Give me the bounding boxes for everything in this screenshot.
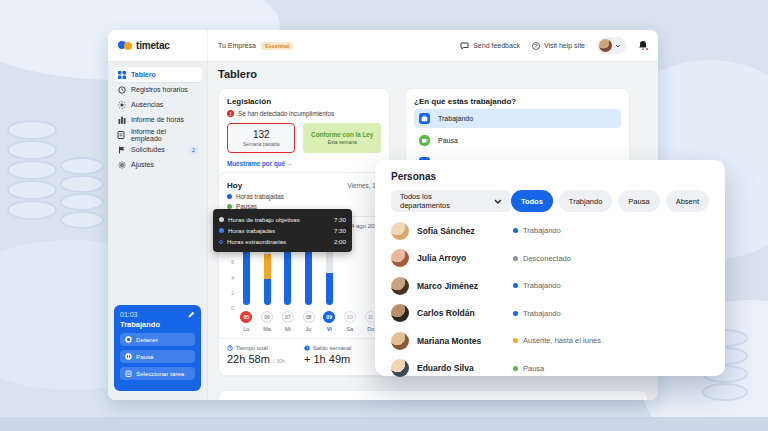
violations-box: 132 Semana pasada — [227, 123, 295, 153]
legislation-alert-text: Se han detectado incumplimientos — [238, 110, 334, 117]
person-row[interactable]: Julia Arroyo Desconectado — [391, 245, 709, 273]
plan-badge: Essential — [261, 42, 293, 50]
person-row[interactable]: Eduardo Silva Pausa — [391, 355, 709, 383]
working-option-label: Pausa — [438, 137, 458, 144]
gear-icon — [117, 161, 126, 169]
filter-pill-trabjando[interactable]: Trabjando — [559, 190, 613, 212]
working-title: ¿En qué estás trabajando? — [414, 97, 621, 106]
stop-icon — [125, 336, 132, 343]
alert-icon: ! — [227, 110, 234, 117]
sidebar-item-label: Ajustes — [131, 161, 154, 168]
logo-text: timetac — [136, 40, 170, 51]
document-icon — [117, 131, 126, 139]
people-list: Sofia Sánchez Trabajando Julia Arroyo De… — [391, 217, 709, 382]
day-label: Mi — [285, 326, 291, 332]
chart-tooltip: Horas de trabajo objetivas 7:30 Horas tr… — [213, 209, 352, 252]
tooltip-label: Horas extraordinarias — [227, 236, 286, 247]
notifications-button[interactable] — [638, 40, 648, 51]
working-option-trabajando[interactable]: Trabajando — [414, 109, 621, 128]
legend-label: Horas trabajadas — [236, 193, 284, 200]
status-dot — [513, 283, 518, 288]
sidebar-item-label: Solicitudes — [131, 146, 165, 153]
sidebar-item-label: Tablero — [131, 71, 156, 78]
user-menu[interactable] — [597, 37, 626, 54]
person-avatar — [391, 304, 409, 322]
person-name: Marco Jiménez — [417, 281, 513, 291]
person-name: Mariana Montes — [417, 336, 513, 346]
day-chip[interactable]: 10 — [344, 311, 356, 323]
sidebar-item-ausencias[interactable]: Ausencias — [113, 97, 202, 112]
user-avatar — [599, 39, 612, 52]
day-chip[interactable]: 07 — [282, 311, 294, 323]
edit-pencil-icon[interactable] — [188, 311, 195, 318]
send-feedback-label: Send feedback — [473, 42, 520, 49]
person-row[interactable]: Sofia Sánchez Trabajando — [391, 217, 709, 245]
working-option-label: Trabajando — [438, 115, 473, 122]
current-task-label: Trabajando — [120, 320, 195, 329]
compliant-label: Esta semana — [328, 139, 357, 145]
status-dot — [513, 228, 518, 233]
filter-pill-pausa[interactable]: Pausa — [618, 190, 659, 212]
day-label: Sa — [347, 326, 354, 332]
tooltip-label: Horas de trabajo objetivas — [228, 214, 300, 225]
pause-button[interactable]: Pausa — [120, 350, 195, 363]
send-feedback-button[interactable]: Send feedback — [460, 42, 520, 50]
stopwatch-icon — [227, 345, 233, 351]
flag-icon — [117, 146, 126, 154]
weekly-balance-label: Saldo semanal — [313, 345, 351, 351]
filter-pill-todos[interactable]: Todos — [511, 190, 553, 212]
day-chip[interactable]: 08 — [303, 311, 315, 323]
divider — [219, 338, 389, 339]
total-time-target: / 30h — [273, 358, 285, 364]
legislation-card: Legislación ! Se han detectado incumplim… — [218, 88, 390, 185]
violations-label: Semana pasada — [243, 141, 279, 147]
status-dot — [513, 311, 518, 316]
sidebar-item-solicitudes[interactable]: Solicitudes 2 — [113, 142, 202, 157]
department-filter-dropdown[interactable]: Todos los departamentos — [391, 190, 511, 212]
person-status: Pausa — [523, 364, 544, 373]
person-row[interactable]: Mariana Montes Ausente, hasta el lunes — [391, 327, 709, 355]
stop-button[interactable]: Detener — [120, 333, 195, 346]
sidebar-item-registros-horarios[interactable]: Registros horarios — [113, 82, 202, 97]
company-switcher[interactable]: Tu Empresa Essential — [208, 42, 293, 50]
coin-stack-decor — [4, 85, 104, 240]
floor-band — [0, 417, 768, 431]
person-row[interactable]: Marco Jiménez Trabajando — [391, 272, 709, 300]
filter-pill-absent[interactable]: Absent — [666, 190, 709, 212]
tooltip-label: Horas trabajadas — [228, 225, 275, 236]
working-option-pausa[interactable]: Pausa — [414, 131, 621, 150]
select-task-button[interactable]: Seleccionar tarea — [120, 367, 195, 380]
sidebar-item-informe-del-empleado[interactable]: Informe del empleado — [113, 127, 202, 142]
sidebar-item-tablero[interactable]: Tablero — [113, 67, 202, 82]
screen: timetac Tu Empresa Essential Send feedba… — [0, 0, 768, 431]
person-avatar — [391, 332, 409, 350]
sidebar-item-label: Registros horarios — [131, 86, 188, 93]
bar-chart-icon — [117, 116, 126, 124]
pause-icon — [125, 353, 132, 360]
logo-dots-icon — [118, 41, 132, 50]
person-row[interactable]: Carlos Roldán Trabajando — [391, 300, 709, 328]
status-dot — [513, 366, 518, 371]
sidebar-item-label: Informe de horas — [131, 116, 184, 123]
dashboard-grid-icon — [117, 71, 126, 79]
solicitudes-count-badge: 2 — [189, 146, 198, 154]
sidebar-item-informe-de-horas[interactable]: Informe de horas — [113, 112, 202, 127]
notification-dot — [645, 47, 649, 51]
tooltip-value: 7:30 — [334, 225, 346, 236]
day-chip[interactable]: 05 — [240, 311, 252, 323]
day-chip[interactable]: 06 — [261, 311, 273, 323]
day-label: Vi — [327, 326, 332, 332]
person-status: Ausente, hasta el lunes — [523, 336, 601, 345]
top-bar: timetac Tu Empresa Essential Send feedba… — [108, 30, 658, 62]
sidebar-item-ajustes[interactable]: Ajustes — [113, 157, 202, 172]
feedback-icon — [460, 42, 469, 50]
show-me-why-link[interactable]: Muéstrame por qué → — [227, 160, 381, 167]
person-name: Sofia Sánchez — [417, 226, 513, 236]
total-time-label: Tiempo total — [236, 345, 268, 351]
day-chip[interactable]: 09 — [323, 311, 335, 323]
department-filter-value: Todos los departamentos — [400, 192, 482, 210]
today-title: Hoy — [227, 181, 242, 190]
sidebar: Tablero Registros horarios Ausencias — [108, 62, 208, 400]
next-card-partial — [218, 390, 648, 400]
visit-help-button[interactable]: ? Visit help site — [532, 42, 585, 50]
